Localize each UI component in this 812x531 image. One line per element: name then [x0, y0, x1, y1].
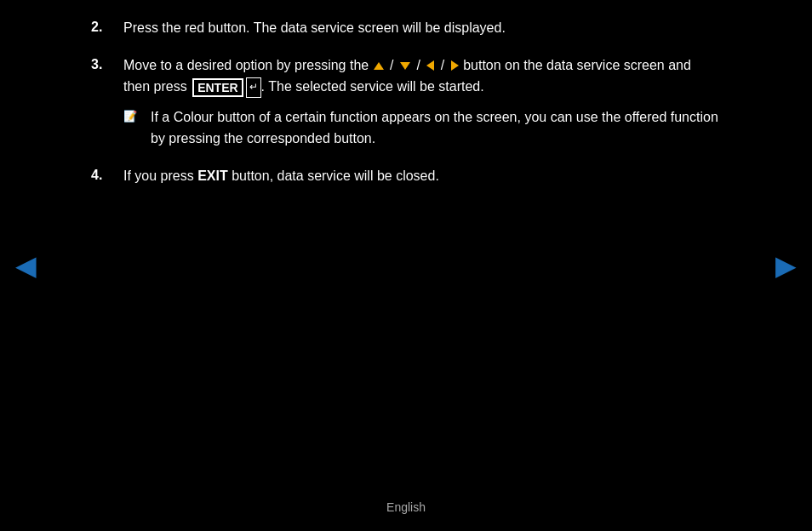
step-2: 2. Press the red button. The data servic… [91, 17, 721, 39]
content-area: 2. Press the red button. The data servic… [23, 0, 789, 220]
step-4-text-after: button, data service will be closed. [228, 168, 439, 183]
enter-return-icon: ↵ [246, 77, 261, 97]
nav-left-button[interactable]: ◀ [15, 249, 37, 282]
step-3-text-before: Move to a desired option by pressing the [123, 58, 373, 72]
step-4-text-before: If you press [123, 168, 197, 183]
step-4-text: If you press EXIT button, data service w… [123, 165, 439, 187]
exit-word: EXIT [197, 168, 228, 183]
step-3-note-text: If a Colour button of a certain function… [151, 106, 721, 150]
step-2-text: Press the red button. The data service s… [123, 17, 506, 39]
language-text: English [386, 500, 426, 514]
arrow-up-icon [374, 62, 384, 70]
arrow-left-icon [426, 60, 434, 71]
step-3-text: Move to a desired option by pressing the… [123, 54, 721, 150]
enter-box: ENTER [192, 78, 243, 98]
step-3-note: 📝 If a Colour button of a certain functi… [123, 106, 721, 150]
step-4: 4. If you press EXIT button, data servic… [91, 165, 721, 187]
arrow-down-icon [400, 62, 410, 70]
step-2-number: 2. [91, 17, 117, 39]
nav-right-arrow-icon: ▶ [775, 250, 797, 281]
step-3-text-end: . The selected service will be started. [261, 79, 484, 94]
nav-left-arrow-icon: ◀ [15, 250, 37, 281]
arrow-right-icon [451, 60, 459, 71]
enter-label: ENTER↵ [191, 79, 260, 94]
language-label: English [386, 500, 426, 514]
step-4-number: 4. [91, 165, 117, 187]
step-3-number: 3. [91, 54, 117, 150]
nav-right-button[interactable]: ▶ [775, 249, 797, 282]
step-3: 3. Move to a desired option by pressing … [91, 54, 721, 150]
note-icon: 📝 [123, 108, 144, 126]
